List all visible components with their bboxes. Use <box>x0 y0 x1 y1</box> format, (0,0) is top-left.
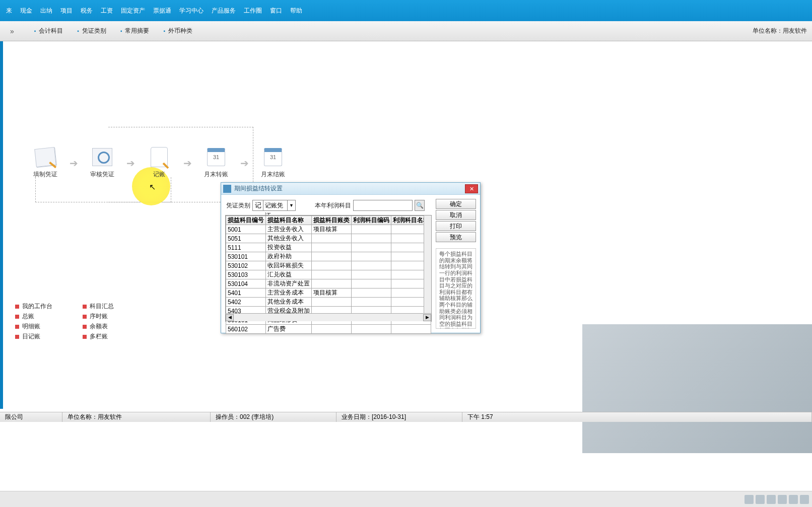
chevron-down-icon[interactable]: ▼ <box>287 200 295 210</box>
profit-subject-input[interactable] <box>353 200 413 211</box>
menu-item[interactable]: 产品服务 <box>208 4 240 18</box>
table-row[interactable]: 530104非流动资产处置 <box>226 279 431 288</box>
quicklink-item[interactable]: 明细账 <box>15 322 52 331</box>
table-cell[interactable]: 项目核算 <box>312 288 352 298</box>
table-cell[interactable]: 530101 <box>226 252 266 261</box>
table-cell[interactable] <box>352 298 391 307</box>
table-cell[interactable]: 5402 <box>226 298 266 307</box>
table-row[interactable]: 5001主营业务收入项目核算 <box>226 225 431 234</box>
table-row[interactable]: 530103汇兑收益 <box>226 270 431 279</box>
menu-item[interactable]: 窗口 <box>266 4 286 18</box>
table-cell[interactable]: 其他业务成本 <box>266 298 312 307</box>
menu-item[interactable]: 现金 <box>16 4 36 18</box>
table-row[interactable]: 5402其他业务成本 <box>226 298 431 307</box>
print-button[interactable]: 打印 <box>436 221 476 231</box>
subnav-item[interactable]: 常用摘要 <box>120 27 150 35</box>
table-cell[interactable]: 560102 <box>226 325 266 334</box>
tray-icon[interactable] <box>800 495 809 504</box>
table-cell[interactable] <box>312 243 352 252</box>
table-cell[interactable]: 530102 <box>226 261 266 270</box>
preview-button[interactable]: 预览 <box>436 232 476 242</box>
search-button[interactable]: 🔍 <box>415 200 425 211</box>
dialog-titlebar[interactable]: 期间损益结转设置 ✕ <box>221 183 480 195</box>
table-cell[interactable] <box>312 279 352 288</box>
table-cell[interactable]: 530103 <box>226 270 266 279</box>
menu-item[interactable]: 来 <box>2 4 16 18</box>
grid-header[interactable]: 损益科目名称 <box>266 216 312 225</box>
table-row[interactable]: 5111投资收益 <box>226 243 431 252</box>
table-cell[interactable]: 5001 <box>226 225 266 234</box>
table-cell[interactable]: 主营业务成本 <box>266 288 312 298</box>
quicklink-item[interactable]: 多栏账 <box>83 332 114 341</box>
ok-button[interactable]: 确定 <box>436 199 476 209</box>
tray-icon[interactable] <box>745 495 754 504</box>
quicklink-item[interactable]: 余额表 <box>83 322 114 331</box>
table-cell[interactable]: 530104 <box>226 279 266 288</box>
quicklink-item[interactable]: 总账 <box>15 312 52 321</box>
menu-item[interactable]: 固定资产 <box>117 4 149 18</box>
table-cell[interactable]: 投资收益 <box>266 243 312 252</box>
subnav-item[interactable]: 外币种类 <box>163 27 192 35</box>
table-cell[interactable] <box>352 325 391 334</box>
tray-icon[interactable] <box>789 495 798 504</box>
table-cell[interactable] <box>312 261 352 270</box>
menu-item[interactable]: 出纳 <box>36 4 56 18</box>
table-cell[interactable] <box>352 279 391 288</box>
table-cell[interactable] <box>352 243 391 252</box>
menu-item[interactable]: 项目 <box>56 4 77 18</box>
table-cell[interactable] <box>312 270 352 279</box>
tray-icon[interactable] <box>756 495 765 504</box>
horizontal-scrollbar[interactable]: ◀ ▶ <box>226 313 431 321</box>
table-cell[interactable]: 5051 <box>226 234 266 243</box>
flow-node-audit-voucher[interactable]: 审核凭证 <box>87 147 117 179</box>
table-cell[interactable]: 非流动资产处置 <box>266 279 312 288</box>
table-cell[interactable]: 收回坏账损失 <box>266 261 312 270</box>
cancel-button[interactable]: 取消 <box>436 210 476 220</box>
subnav-item[interactable]: 会计科目 <box>34 27 63 35</box>
vertical-scrollbar[interactable] <box>424 215 431 313</box>
flow-node-posting[interactable]: 记账 <box>144 147 174 179</box>
table-cell[interactable] <box>352 252 391 261</box>
grid-header[interactable]: 损益科目编号 <box>226 216 266 225</box>
subnav-item[interactable]: 凭证类别 <box>77 27 106 35</box>
table-cell[interactable] <box>391 325 431 334</box>
table-cell[interactable] <box>352 234 391 243</box>
tray-icon[interactable] <box>767 495 776 504</box>
table-cell[interactable] <box>352 270 391 279</box>
table-cell[interactable]: 主营业务收入 <box>266 225 312 234</box>
menu-item[interactable]: 票据通 <box>149 4 175 18</box>
voucher-type-code-input[interactable] <box>253 200 263 210</box>
expand-icon[interactable]: » <box>5 27 19 35</box>
table-cell[interactable] <box>312 234 352 243</box>
table-cell[interactable]: 5111 <box>226 243 266 252</box>
quicklink-item[interactable]: 我的工作台 <box>15 302 52 311</box>
voucher-type-combo[interactable]: 记账凭证 ▼ <box>252 200 296 211</box>
table-cell[interactable]: 其他业务收入 <box>266 234 312 243</box>
quicklink-item[interactable]: 日记账 <box>15 332 52 341</box>
quicklink-item[interactable]: 科目汇总 <box>83 302 114 311</box>
close-button[interactable]: ✕ <box>465 184 478 193</box>
table-cell[interactable] <box>312 298 352 307</box>
flow-node-month-close[interactable]: 月末结账 <box>258 147 288 179</box>
flow-node-create-voucher[interactable]: 填制凭证 <box>30 147 60 179</box>
tray-icon[interactable] <box>778 495 787 504</box>
menu-item[interactable]: 工作圈 <box>240 4 266 18</box>
grid-header[interactable]: 损益科目账类 <box>312 216 352 225</box>
scroll-right-icon[interactable]: ▶ <box>423 314 431 321</box>
table-cell[interactable] <box>312 325 352 334</box>
table-row[interactable]: 5401主营业务成本项目核算 <box>226 288 431 298</box>
table-cell[interactable] <box>352 225 391 234</box>
table-cell[interactable]: 项目核算 <box>312 225 352 234</box>
table-row[interactable]: 530102收回坏账损失 <box>226 261 431 270</box>
table-cell[interactable] <box>312 252 352 261</box>
table-cell[interactable] <box>352 288 391 298</box>
scroll-left-icon[interactable]: ◀ <box>226 314 234 321</box>
menu-item[interactable]: 工资 <box>97 4 117 18</box>
table-cell[interactable]: 政府补助 <box>266 252 312 261</box>
menu-item[interactable]: 学习中心 <box>175 4 208 18</box>
table-cell[interactable] <box>352 261 391 270</box>
table-row[interactable]: 5051其他业务收入 <box>226 234 431 243</box>
table-row[interactable]: 560102广告费 <box>226 325 431 334</box>
table-row[interactable]: 530101政府补助 <box>226 252 431 261</box>
flow-node-month-transfer[interactable]: 月末转账 <box>201 147 231 179</box>
